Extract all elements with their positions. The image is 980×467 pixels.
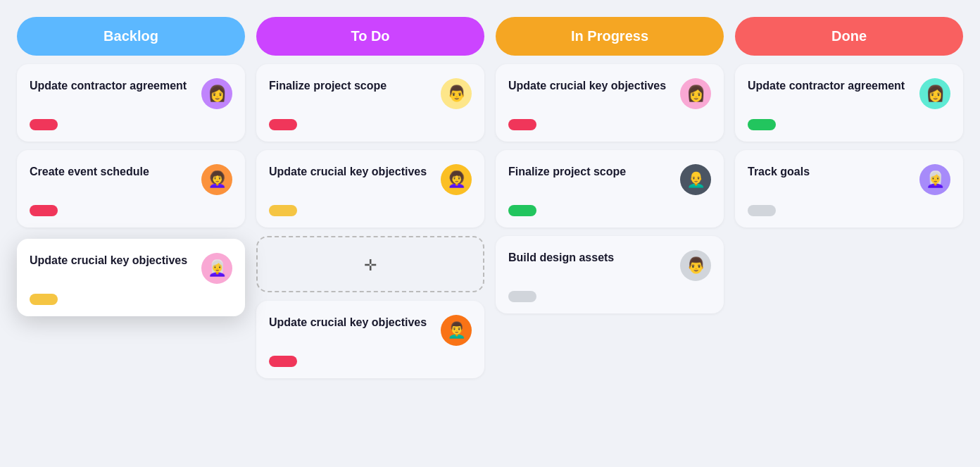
card-ip2-badge	[508, 205, 536, 216]
card-t3-badge	[269, 356, 297, 367]
card-ip1-title: Update crucial key objectives	[508, 78, 680, 94]
card-ip3-title: Build design assets	[508, 250, 680, 266]
column-header-todo: To Do	[256, 17, 484, 56]
card-b1-badge	[30, 119, 58, 130]
card-d1[interactable]: Update contractor agreement 👩	[735, 64, 963, 142]
card-ip3-avatar: 👨	[680, 250, 711, 281]
card-t3-row: Update crucial key objectives 👨‍🦱	[269, 315, 472, 346]
card-b2-avatar: 👩‍🦱	[201, 164, 232, 195]
card-ip2-title: Finalize project scope	[508, 164, 680, 180]
card-ip1[interactable]: Update crucial key objectives 👩	[496, 64, 724, 142]
card-d1-row: Update contractor agreement 👩	[748, 78, 950, 109]
card-dragging-badge	[30, 294, 58, 305]
card-ip3-row: Build design assets 👨	[508, 250, 711, 281]
card-b2-row: Create event schedule 👩‍🦱	[30, 164, 232, 195]
card-drop-placeholder[interactable]: ✛	[256, 236, 484, 292]
card-t2-title: Update crucial key objectives	[269, 164, 441, 180]
column-header-inprogress: In Progress	[496, 17, 724, 56]
card-ip2-row: Finalize project scope 👨‍🦲	[508, 164, 711, 195]
card-dragging-row: Update crucial key objectives 👩‍🦳	[30, 253, 232, 284]
card-t3-title: Update crucial key objectives	[269, 315, 441, 330]
card-dragging-avatar: 👩‍🦳	[201, 253, 232, 284]
drag-icon: ✛	[364, 256, 377, 275]
card-t1-avatar: 👨	[441, 78, 472, 109]
card-d2-row: Track goals 👩‍🦳	[748, 164, 950, 195]
card-b2-badge	[30, 205, 58, 216]
card-t1-badge	[269, 119, 297, 130]
card-t2-row: Update crucial key objectives 👩‍🦱	[269, 164, 472, 195]
card-t1-row: Finalize project scope 👨	[269, 78, 472, 109]
card-t2-avatar: 👩‍🦱	[441, 164, 472, 195]
column-done: Done Update contractor agreement 👩 Track…	[735, 17, 963, 228]
column-backlog: Backlog Update contractor agreement 👩 Cr…	[17, 17, 245, 316]
card-dragging-title: Update crucial key objectives	[30, 253, 201, 268]
card-t3[interactable]: Update crucial key objectives 👨‍🦱	[256, 301, 484, 378]
card-ip1-badge	[508, 119, 536, 130]
column-header-backlog: Backlog	[17, 17, 245, 56]
column-header-done: Done	[735, 17, 963, 56]
card-d2[interactable]: Track goals 👩‍🦳	[735, 150, 963, 228]
card-ip3-badge	[508, 291, 536, 302]
card-d2-badge	[748, 205, 776, 216]
card-ip1-avatar: 👩	[680, 78, 711, 109]
card-d1-avatar: 👩	[919, 78, 950, 109]
card-d2-avatar: 👩‍🦳	[919, 164, 950, 195]
column-todo: To Do Finalize project scope 👨 Update cr…	[256, 17, 484, 378]
kanban-board: Backlog Update contractor agreement 👩 Cr…	[17, 17, 963, 378]
card-b1-title: Update contractor agreement	[30, 78, 201, 94]
card-b1-row: Update contractor agreement 👩	[30, 78, 232, 109]
card-d1-title: Update contractor agreement	[748, 78, 919, 94]
card-dragging[interactable]: Update crucial key objectives 👩‍🦳	[17, 239, 245, 316]
card-t2-badge	[269, 205, 297, 216]
card-b2[interactable]: Create event schedule 👩‍🦱	[17, 150, 245, 228]
card-t1-title: Finalize project scope	[269, 78, 441, 94]
card-d2-title: Track goals	[748, 164, 919, 180]
card-ip3[interactable]: Build design assets 👨	[496, 236, 724, 313]
card-t1[interactable]: Finalize project scope 👨	[256, 64, 484, 142]
card-b1[interactable]: Update contractor agreement 👩	[17, 64, 245, 142]
card-ip1-row: Update crucial key objectives 👩	[508, 78, 711, 109]
card-t3-avatar: 👨‍🦱	[441, 315, 472, 346]
column-inprogress: In Progress Update crucial key objective…	[496, 17, 724, 313]
card-d1-badge	[748, 119, 776, 130]
card-b1-avatar: 👩	[201, 78, 232, 109]
card-b2-title: Create event schedule	[30, 164, 201, 180]
card-ip2-avatar: 👨‍🦲	[680, 164, 711, 195]
card-t2[interactable]: Update crucial key objectives 👩‍🦱	[256, 150, 484, 228]
card-ip2[interactable]: Finalize project scope 👨‍🦲	[496, 150, 724, 228]
